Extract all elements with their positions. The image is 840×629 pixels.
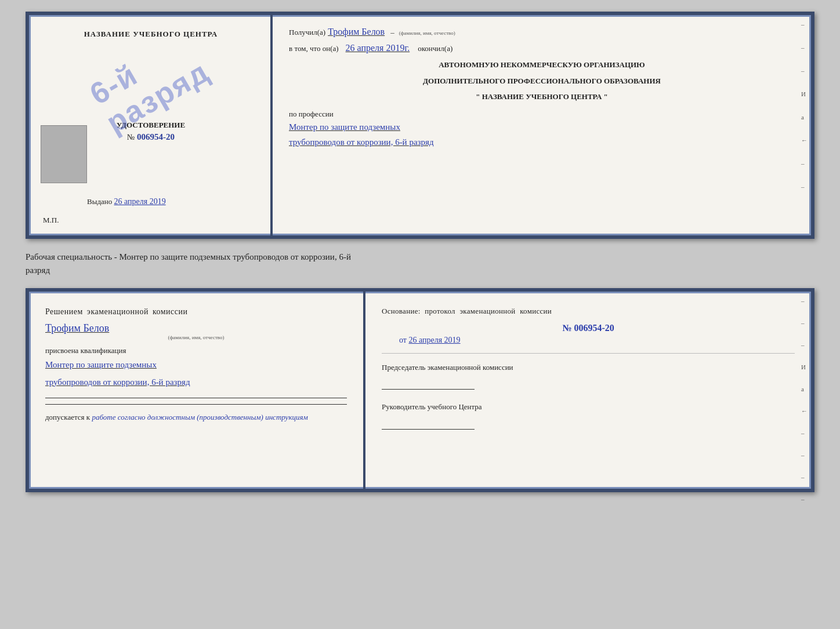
bottom-left-panel: Решением экаменационной комиссии Трофим … — [29, 292, 365, 489]
side-dashes-bottom: – – – И а ← – – – – — [801, 297, 808, 503]
received-name: Трофим Белов — [328, 27, 385, 37]
profession-line2: трубопроводов от коррозии, 6-й разряд — [289, 135, 795, 149]
cert-issued: Выдано 26 апреля 2019 — [87, 197, 166, 206]
dash-symbol: – — [390, 28, 394, 37]
bottom-right-panel: Основание: протокол экаменационной комис… — [365, 292, 811, 489]
hr-divider — [382, 353, 795, 354]
bottom-right-date: от 26 апреля 2019 — [382, 336, 795, 345]
bottom-heading: Решением экаменационной комиссии — [45, 306, 347, 318]
chair-sig-line — [382, 389, 475, 390]
head-sig-line — [382, 429, 475, 430]
cert-number: № 006954-20 — [127, 132, 175, 142]
chair-label: Председатель экаменационной комиссии — [382, 362, 795, 373]
org-line3: " НАЗВАНИЕ УЧЕБНОГО ЦЕНТРА " — [289, 91, 795, 103]
cert-left-panel: НАЗВАНИЕ УЧЕБНОГО ЦЕНТРА 6-й разряд УДОС… — [29, 15, 273, 235]
fio-hint-top: (фамилия, имя, отчество) — [399, 30, 455, 36]
middle-line1: Рабочая специальность - Монтер по защите… — [26, 252, 351, 261]
completed-label: окончил(а) — [418, 44, 452, 53]
org-line2: ДОПОЛНИТЕЛЬНОГО ПРОФЕССИОНАЛЬНОГО ОБРАЗО… — [289, 75, 795, 87]
underline1 — [45, 398, 347, 398]
qual-line2: трубопроводов от коррозии, 6-й разряд — [45, 375, 347, 390]
certificate-bottom: Решением экаменационной комиссии Трофим … — [26, 288, 814, 492]
received-label: Получил(а) — [289, 28, 325, 37]
admit-value: работе согласно должностным (производств… — [92, 413, 307, 421]
bottom-right-number: № 006954-20 — [382, 323, 795, 333]
cert-right-panel: Получил(а) Трофим Белов – (фамилия, имя,… — [273, 15, 811, 235]
admit-label: допускается к — [45, 413, 90, 421]
org-line1: АВТОНОМНУЮ НЕКОММЕРЧЕСКУЮ ОРГАНИЗАЦИЮ — [289, 59, 795, 71]
school-name-top: НАЗВАНИЕ УЧЕБНОГО ЦЕНТРА — [84, 29, 218, 39]
photo-placeholder — [41, 125, 87, 183]
profession-label: по профессии — [289, 110, 334, 118]
side-dashes-top: – – – И а ← – – — [801, 21, 808, 190]
cert-doc-type: УДОСТОВЕРЕНИЕ — [117, 121, 185, 130]
completed-date: 26 апреля 2019г. — [346, 43, 410, 53]
profession-line1: Монтер по защите подземных — [289, 120, 795, 134]
profession-section: по профессии Монтер по защите подземных … — [289, 108, 795, 149]
cert-number-val: 006954-20 — [137, 132, 175, 141]
received-row: Получил(а) Трофим Белов – (фамилия, имя,… — [289, 27, 795, 37]
middle-line2: разряд — [26, 266, 50, 275]
qualification-label: присвоена квалификация — [45, 346, 347, 355]
in-that-row: в том, что он(а) 26 апреля 2019г. окончи… — [289, 43, 795, 53]
underline2 — [45, 404, 347, 405]
admit-section: допускается к работе согласно должностны… — [45, 413, 347, 422]
certificate-top: НАЗВАНИЕ УЧЕБНОГО ЦЕНТРА 6-й разряд УДОС… — [26, 12, 814, 239]
bottom-right-heading: Основание: протокол экаменационной комис… — [382, 306, 795, 317]
in-that-label: в том, что он(а) — [289, 44, 339, 53]
qual-line1: Монтер по защите подземных — [45, 358, 347, 373]
middle-text: Рабочая специальность - Монтер по защите… — [26, 248, 814, 279]
bottom-fio-hint: (фамилия, имя, отчество) — [45, 335, 347, 340]
bottom-name: Трофим Белов — [45, 322, 347, 335]
org-section: АВТОНОМНУЮ НЕКОММЕРЧЕСКУЮ ОРГАНИЗАЦИЮ ДО… — [289, 59, 795, 103]
cert-mp: М.П. — [43, 216, 59, 225]
head-label: Руководитель учебного Центра — [382, 401, 795, 413]
